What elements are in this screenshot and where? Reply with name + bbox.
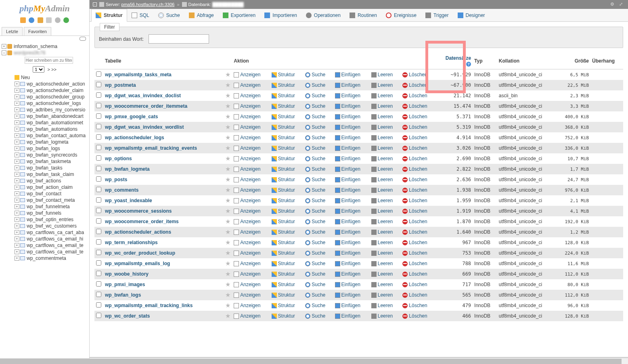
empty-link[interactable]: Leeren	[378, 114, 393, 119]
tab-abfrage[interactable]: Abfrage	[184, 9, 218, 21]
favorite-star-icon[interactable]: ★	[225, 228, 230, 235]
empty-link[interactable]: Leeren	[378, 82, 393, 88]
drop-link[interactable]: Löschen	[409, 208, 427, 214]
collapse-nav-icon[interactable]: ←	[93, 2, 97, 6]
insert-link[interactable]: Einfügen	[341, 72, 360, 77]
favorite-star-icon[interactable]: ★	[225, 312, 230, 319]
drop-link[interactable]: Löschen	[409, 250, 427, 256]
structure-link[interactable]: Struktur	[278, 250, 295, 256]
empty-link[interactable]: Leeren	[378, 166, 393, 172]
drop-link[interactable]: Löschen	[409, 72, 427, 77]
search-link[interactable]: Suche	[312, 303, 325, 308]
structure-link[interactable]: Struktur	[278, 156, 295, 161]
tree-table[interactable]: +wp_cartflows_ca_email_te	[0, 242, 89, 249]
row-checkbox[interactable]	[96, 71, 101, 77]
tree-table[interactable]: +wp_bwfan_logmeta	[0, 139, 89, 145]
favorite-star-icon[interactable]: ★	[225, 239, 230, 246]
table-name-link[interactable]: wp_wpmailsmtp_tasks_meta	[105, 72, 172, 77]
table-name-link[interactable]: wp_yoast_indexable	[105, 198, 152, 203]
structure-link[interactable]: Struktur	[278, 114, 295, 119]
tree-table[interactable]: +wp_actionscheduler_logs	[0, 100, 89, 107]
table-name-link[interactable]: wp_dgwt_wcas_invindex_wordlist	[105, 124, 184, 130]
empty-link[interactable]: Leeren	[378, 93, 393, 98]
tree-db-information-schema[interactable]: + information_schema	[0, 43, 89, 50]
drop-link[interactable]: Löschen	[409, 82, 427, 88]
search-link[interactable]: Suche	[312, 261, 325, 266]
structure-link[interactable]: Struktur	[278, 82, 295, 88]
tree-table[interactable]: +wp_actionscheduler_group	[0, 94, 89, 100]
browse-link[interactable]: Anzeigen	[240, 156, 260, 161]
insert-link[interactable]: Einfügen	[341, 103, 360, 109]
insert-link[interactable]: Einfügen	[341, 93, 360, 98]
tab-importieren[interactable]: Importieren	[260, 9, 301, 21]
favorite-star-icon[interactable]: ★	[225, 155, 230, 162]
insert-link[interactable]: Einfügen	[341, 124, 360, 130]
th-rows[interactable]: Datensätze ▾ ?	[436, 53, 473, 69]
search-link[interactable]: Suche	[312, 114, 325, 119]
table-name-link[interactable]: wp_postmeta	[105, 82, 136, 88]
browse-link[interactable]: Anzeigen	[240, 93, 260, 98]
empty-link[interactable]: Leeren	[378, 124, 393, 130]
empty-link[interactable]: Leeren	[378, 292, 393, 298]
row-checkbox[interactable]	[96, 229, 101, 234]
row-checkbox[interactable]	[96, 292, 101, 297]
drop-link[interactable]: Löschen	[409, 114, 427, 119]
drop-link[interactable]: Löschen	[409, 313, 427, 319]
insert-link[interactable]: Einfügen	[341, 177, 360, 182]
browse-link[interactable]: Anzeigen	[240, 82, 260, 88]
drop-link[interactable]: Löschen	[409, 187, 427, 193]
logout-icon[interactable]	[29, 17, 34, 23]
row-checkbox[interactable]	[96, 134, 101, 140]
breadcrumb-db[interactable]: ██████████	[212, 2, 244, 7]
search-link[interactable]: Suche	[312, 156, 325, 161]
empty-link[interactable]: Leeren	[378, 177, 393, 182]
table-name-link[interactable]: wp_comments	[105, 187, 138, 193]
structure-link[interactable]: Struktur	[278, 166, 295, 172]
search-link[interactable]: Suche	[312, 240, 325, 245]
row-checkbox[interactable]	[96, 208, 101, 213]
tree-table[interactable]: +wp_bwf_contact_meta	[0, 197, 89, 203]
tree-table[interactable]: +wp_bwf_funnels	[0, 210, 89, 216]
drop-link[interactable]: Löschen	[409, 103, 427, 109]
structure-link[interactable]: Struktur	[278, 103, 295, 109]
empty-link[interactable]: Leeren	[378, 271, 393, 277]
empty-link[interactable]: Leeren	[378, 313, 393, 319]
tree-table[interactable]: +wp_bwfan_tasks	[0, 165, 89, 171]
empty-link[interactable]: Leeren	[378, 240, 393, 245]
table-name-link[interactable]: wp_pmxi_images	[105, 282, 145, 287]
favorite-star-icon[interactable]: ★	[225, 302, 230, 309]
gear-icon[interactable]: ⚙	[610, 2, 616, 7]
insert-link[interactable]: Einfügen	[341, 135, 360, 140]
insert-link[interactable]: Einfügen	[341, 261, 360, 266]
browse-link[interactable]: Anzeigen	[240, 229, 260, 235]
insert-link[interactable]: Einfügen	[341, 271, 360, 277]
drop-link[interactable]: Löschen	[409, 292, 427, 298]
empty-link[interactable]: Leeren	[378, 72, 393, 77]
table-name-link[interactable]: wp_options	[105, 156, 132, 161]
search-link[interactable]: Suche	[312, 250, 325, 256]
browse-link[interactable]: Anzeigen	[240, 208, 260, 214]
structure-link[interactable]: Struktur	[278, 303, 295, 308]
drop-link[interactable]: Löschen	[409, 166, 427, 172]
row-checkbox[interactable]	[96, 82, 101, 87]
horizontal-scrollbar[interactable]	[0, 358, 628, 364]
structure-link[interactable]: Struktur	[278, 72, 295, 77]
favorite-star-icon[interactable]: ★	[225, 103, 230, 109]
browse-link[interactable]: Anzeigen	[240, 135, 260, 140]
row-checkbox[interactable]	[96, 271, 101, 276]
drop-link[interactable]: Löschen	[409, 198, 427, 203]
row-checkbox[interactable]	[96, 281, 101, 287]
drop-link[interactable]: Löschen	[409, 303, 427, 308]
structure-link[interactable]: Struktur	[278, 271, 295, 277]
table-name-link[interactable]: wp_pmxe_google_cats	[105, 114, 158, 119]
row-checkbox[interactable]	[96, 250, 101, 255]
browse-link[interactable]: Anzeigen	[240, 282, 260, 287]
search-link[interactable]: Suche	[312, 282, 325, 287]
structure-link[interactable]: Struktur	[278, 177, 295, 182]
tab-sql[interactable]: SQL	[127, 9, 154, 21]
row-checkbox[interactable]	[96, 176, 101, 182]
search-link[interactable]: Suche	[312, 219, 325, 224]
empty-link[interactable]: Leeren	[378, 229, 393, 235]
tree-table[interactable]: +wp_bwf_contact	[0, 190, 89, 197]
search-link[interactable]: Suche	[312, 292, 325, 298]
